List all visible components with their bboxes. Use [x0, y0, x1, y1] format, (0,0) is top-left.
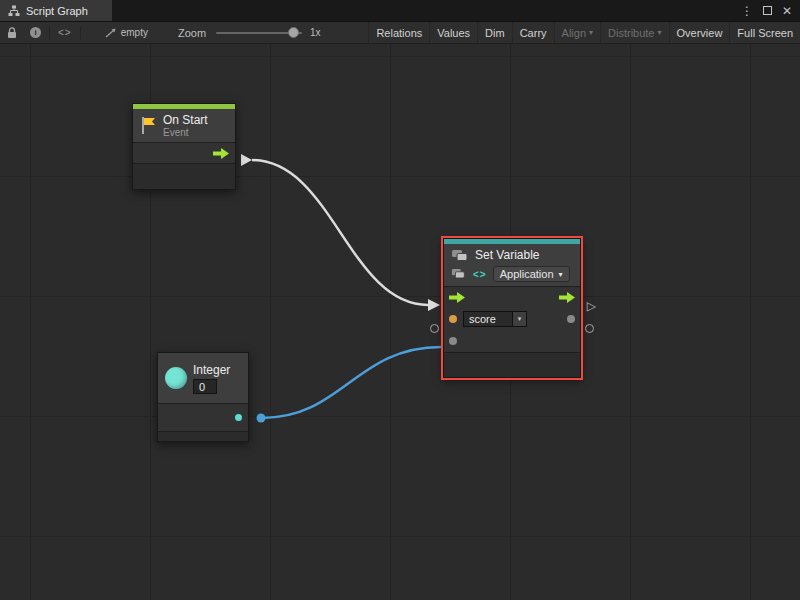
- external-output-circle[interactable]: [585, 324, 594, 333]
- dim-button[interactable]: Dim: [477, 22, 512, 43]
- node-on-start[interactable]: On Start Event: [132, 103, 236, 190]
- control-output-port[interactable]: [213, 148, 229, 159]
- maximize-icon[interactable]: [763, 6, 772, 15]
- external-control-triangle[interactable]: ▷: [587, 300, 596, 312]
- node-footer: [444, 352, 580, 377]
- integer-port-row: [158, 403, 248, 431]
- close-icon[interactable]: ✕: [782, 5, 792, 17]
- control-output-port[interactable]: [559, 292, 575, 303]
- zoom-label: Zoom: [178, 27, 206, 39]
- name-input-port[interactable]: [449, 315, 457, 323]
- fullscreen-button[interactable]: Full Screen: [729, 22, 800, 43]
- value-output-port[interactable]: [567, 315, 575, 323]
- control-connection-end-arrow: [428, 299, 440, 311]
- set-variable-header: Set Variable <> Application ▾: [444, 244, 580, 286]
- variables-icon: [451, 249, 469, 262]
- node-title: Set Variable: [475, 248, 539, 262]
- value-port-row: [444, 330, 580, 352]
- empty-label: empty: [121, 27, 148, 38]
- value-connection: [262, 347, 441, 418]
- menu-icon[interactable]: ⋮: [741, 5, 753, 17]
- flag-icon: [140, 116, 157, 135]
- node-footer: [133, 163, 235, 189]
- control-port-row: [444, 286, 580, 308]
- node-footer: [158, 431, 248, 441]
- node-set-variable[interactable]: Set Variable <> Application ▾: [443, 238, 581, 378]
- chevron-down-icon: ▾: [589, 28, 593, 37]
- node-integer[interactable]: Integer 0: [157, 352, 249, 442]
- control-input-port[interactable]: [449, 292, 465, 303]
- cards-icon: [451, 268, 467, 280]
- name-port-row: score ▾: [444, 308, 580, 330]
- zoom-value: 1x: [310, 27, 321, 38]
- value-input-port[interactable]: [449, 337, 457, 345]
- toolbar-buttons: Relations Values Dim Carry Align ▾ Distr…: [368, 22, 800, 43]
- lock-icon[interactable]: [7, 27, 17, 39]
- connections-layer: [0, 44, 800, 600]
- chevron-down-icon: ▾: [559, 270, 563, 279]
- graph-canvas[interactable]: On Start Event Set Variable: [0, 44, 800, 600]
- chevron-down-icon: ▾: [658, 28, 662, 37]
- control-connection-start-arrow: [241, 154, 252, 166]
- node-title: On Start: [163, 113, 208, 127]
- toolbar-separator: [49, 26, 50, 40]
- align-button[interactable]: Align ▾: [554, 22, 600, 43]
- tab-title: Script Graph: [26, 5, 88, 17]
- variable-name-field[interactable]: score ▾: [463, 311, 527, 327]
- window-controls: ⋮ ✕: [741, 0, 800, 21]
- external-input-circle[interactable]: [430, 324, 439, 333]
- overview-button[interactable]: Overview: [669, 22, 730, 43]
- connection-arrow-icon: [105, 27, 117, 38]
- on-start-header: On Start Event: [133, 109, 235, 142]
- on-start-port-row: [133, 142, 235, 163]
- value-connection-start-dot: [257, 414, 266, 423]
- integer-header: Integer 0: [158, 353, 248, 403]
- integer-output-port[interactable]: [235, 414, 242, 421]
- integer-value-field[interactable]: 0: [193, 379, 217, 394]
- variable-scope-dropdown[interactable]: Application ▾: [493, 266, 570, 282]
- code-badge-icon: <>: [473, 269, 487, 280]
- distribute-button[interactable]: Distribute ▾: [600, 22, 668, 43]
- carry-button[interactable]: Carry: [512, 22, 554, 43]
- info-icon[interactable]: i: [30, 27, 41, 38]
- control-connection: [252, 160, 428, 305]
- zoom-slider-thumb[interactable]: [288, 27, 299, 38]
- title-bar: Script Graph ⋮ ✕: [0, 0, 800, 22]
- values-button[interactable]: Values: [429, 22, 477, 43]
- toolbar-separator: [80, 26, 81, 40]
- node-title: Integer: [193, 363, 230, 377]
- integer-type-icon: [165, 367, 187, 389]
- graph-icon: [8, 5, 20, 17]
- tab-script-graph[interactable]: Script Graph: [0, 0, 112, 21]
- relations-button[interactable]: Relations: [368, 22, 429, 43]
- variable-name-dropdown[interactable]: ▾: [512, 312, 526, 326]
- zoom-slider[interactable]: [216, 32, 302, 34]
- graph-toolbar: i <> empty Zoom 1x Relations Values Dim …: [0, 22, 800, 44]
- node-subtitle: Event: [163, 127, 208, 138]
- code-icon[interactable]: <>: [58, 27, 72, 38]
